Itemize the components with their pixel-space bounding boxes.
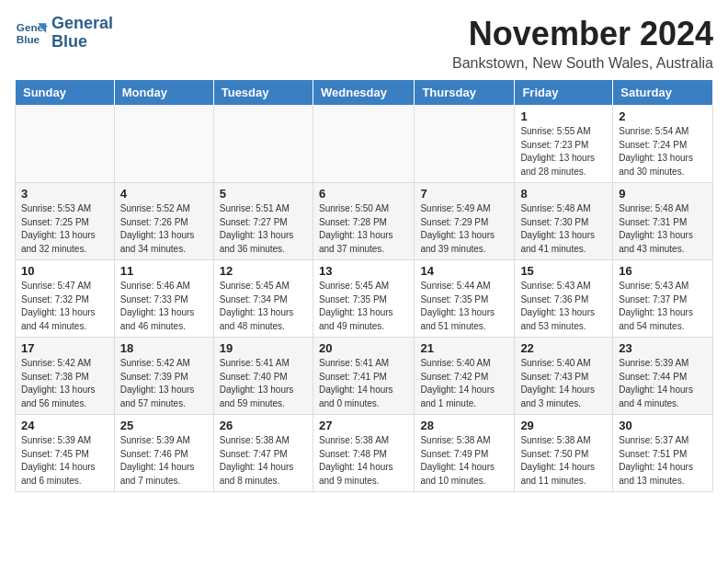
day-info: Sunrise: 5:50 AMSunset: 7:28 PMDaylight:… — [319, 202, 408, 256]
calendar-cell: 5Sunrise: 5:51 AMSunset: 7:27 PMDaylight… — [213, 183, 313, 260]
day-info: Sunrise: 5:48 AMSunset: 7:31 PMDaylight:… — [619, 202, 707, 256]
day-info: Sunrise: 5:47 AMSunset: 7:32 PMDaylight:… — [21, 280, 108, 333]
day-info: Sunrise: 5:39 AMSunset: 7:44 PMDaylight:… — [619, 357, 707, 410]
day-info: Sunrise: 5:43 AMSunset: 7:37 PMDaylight:… — [619, 280, 707, 333]
calendar-cell — [313, 106, 414, 183]
calendar-cell: 23Sunrise: 5:39 AMSunset: 7:44 PMDayligh… — [613, 338, 713, 415]
calendar-week-row: 3Sunrise: 5:53 AMSunset: 7:25 PMDaylight… — [16, 183, 713, 260]
day-info: Sunrise: 5:40 AMSunset: 7:43 PMDaylight:… — [520, 357, 607, 410]
calendar-cell: 2Sunrise: 5:54 AMSunset: 7:24 PMDaylight… — [613, 106, 713, 183]
day-number: 3 — [21, 187, 108, 201]
day-number: 14 — [420, 264, 508, 278]
month-title: November 2024 — [452, 15, 713, 53]
day-info: Sunrise: 5:38 AMSunset: 7:48 PMDaylight:… — [319, 434, 408, 488]
day-number: 12 — [220, 264, 307, 278]
day-info: Sunrise: 5:39 AMSunset: 7:46 PMDaylight:… — [120, 434, 208, 488]
day-number: 18 — [120, 341, 208, 355]
calendar-cell: 11Sunrise: 5:46 AMSunset: 7:33 PMDayligh… — [114, 260, 213, 338]
calendar-week-row: 24Sunrise: 5:39 AMSunset: 7:45 PMDayligh… — [16, 415, 713, 492]
calendar-cell: 28Sunrise: 5:38 AMSunset: 7:49 PMDayligh… — [415, 415, 515, 492]
calendar-cell: 21Sunrise: 5:40 AMSunset: 7:42 PMDayligh… — [415, 338, 515, 415]
calendar-cell: 19Sunrise: 5:41 AMSunset: 7:40 PMDayligh… — [213, 338, 313, 415]
calendar-week-row: 17Sunrise: 5:42 AMSunset: 7:38 PMDayligh… — [16, 338, 713, 415]
svg-text:Blue: Blue — [17, 33, 40, 45]
day-info: Sunrise: 5:53 AMSunset: 7:25 PMDaylight:… — [21, 202, 108, 256]
calendar-week-row: 10Sunrise: 5:47 AMSunset: 7:32 PMDayligh… — [16, 260, 713, 338]
weekday-header: Wednesday — [313, 80, 414, 106]
calendar-cell: 12Sunrise: 5:45 AMSunset: 7:34 PMDayligh… — [213, 260, 313, 338]
day-info: Sunrise: 5:43 AMSunset: 7:36 PMDaylight:… — [520, 280, 607, 333]
calendar-cell — [415, 106, 515, 183]
calendar-cell: 20Sunrise: 5:41 AMSunset: 7:41 PMDayligh… — [313, 338, 414, 415]
calendar-cell: 4Sunrise: 5:52 AMSunset: 7:26 PMDaylight… — [114, 183, 213, 260]
calendar-cell: 27Sunrise: 5:38 AMSunset: 7:48 PMDayligh… — [313, 415, 414, 492]
day-number: 22 — [520, 341, 607, 355]
calendar-cell: 10Sunrise: 5:47 AMSunset: 7:32 PMDayligh… — [16, 260, 115, 338]
weekday-header: Monday — [114, 80, 213, 106]
calendar-cell: 30Sunrise: 5:37 AMSunset: 7:51 PMDayligh… — [613, 415, 713, 492]
day-info: Sunrise: 5:49 AMSunset: 7:29 PMDaylight:… — [420, 202, 508, 256]
day-number: 5 — [220, 187, 307, 201]
day-info: Sunrise: 5:38 AMSunset: 7:49 PMDaylight:… — [420, 434, 508, 488]
day-number: 16 — [619, 264, 707, 278]
day-info: Sunrise: 5:52 AMSunset: 7:26 PMDaylight:… — [120, 202, 208, 256]
day-info: Sunrise: 5:44 AMSunset: 7:35 PMDaylight:… — [420, 280, 508, 333]
day-number: 8 — [520, 187, 607, 201]
day-number: 4 — [120, 187, 208, 201]
page-header: General Blue GeneralBlue November 2024 B… — [15, 15, 713, 72]
day-number: 1 — [520, 109, 607, 123]
calendar-cell — [16, 106, 115, 183]
day-number: 15 — [520, 264, 607, 278]
calendar-cell: 17Sunrise: 5:42 AMSunset: 7:38 PMDayligh… — [16, 338, 115, 415]
day-number: 7 — [420, 187, 508, 201]
day-number: 10 — [21, 264, 108, 278]
calendar-cell: 18Sunrise: 5:42 AMSunset: 7:39 PMDayligh… — [114, 338, 213, 415]
day-info: Sunrise: 5:39 AMSunset: 7:45 PMDaylight:… — [21, 434, 108, 488]
day-info: Sunrise: 5:54 AMSunset: 7:24 PMDaylight:… — [619, 125, 707, 178]
day-number: 17 — [21, 341, 108, 355]
calendar-cell: 13Sunrise: 5:45 AMSunset: 7:35 PMDayligh… — [313, 260, 414, 338]
day-number: 29 — [520, 419, 607, 432]
day-number: 11 — [120, 264, 208, 278]
calendar-cell: 15Sunrise: 5:43 AMSunset: 7:36 PMDayligh… — [515, 260, 613, 338]
calendar-cell: 16Sunrise: 5:43 AMSunset: 7:37 PMDayligh… — [613, 260, 713, 338]
day-info: Sunrise: 5:46 AMSunset: 7:33 PMDaylight:… — [120, 280, 208, 333]
calendar-cell — [114, 106, 213, 183]
day-number: 9 — [619, 187, 707, 201]
day-number: 26 — [220, 419, 307, 432]
calendar-cell — [213, 106, 313, 183]
calendar-header-row: SundayMondayTuesdayWednesdayThursdayFrid… — [16, 80, 713, 106]
calendar-cell: 1Sunrise: 5:55 AMSunset: 7:23 PMDaylight… — [515, 106, 613, 183]
day-info: Sunrise: 5:45 AMSunset: 7:35 PMDaylight:… — [319, 280, 408, 333]
logo-icon: General Blue — [15, 17, 48, 50]
day-info: Sunrise: 5:42 AMSunset: 7:38 PMDaylight:… — [21, 357, 108, 410]
day-info: Sunrise: 5:42 AMSunset: 7:39 PMDaylight:… — [120, 357, 208, 410]
day-number: 25 — [120, 419, 208, 432]
location-subtitle: Bankstown, New South Wales, Australia — [452, 55, 713, 72]
calendar-cell: 8Sunrise: 5:48 AMSunset: 7:30 PMDaylight… — [515, 183, 613, 260]
calendar-cell: 9Sunrise: 5:48 AMSunset: 7:31 PMDaylight… — [613, 183, 713, 260]
day-info: Sunrise: 5:38 AMSunset: 7:50 PMDaylight:… — [520, 434, 607, 488]
day-number: 27 — [319, 419, 408, 432]
day-info: Sunrise: 5:37 AMSunset: 7:51 PMDaylight:… — [619, 434, 707, 488]
day-number: 20 — [319, 341, 408, 355]
day-info: Sunrise: 5:41 AMSunset: 7:40 PMDaylight:… — [220, 357, 307, 410]
calendar-cell: 26Sunrise: 5:38 AMSunset: 7:47 PMDayligh… — [213, 415, 313, 492]
calendar-cell: 22Sunrise: 5:40 AMSunset: 7:43 PMDayligh… — [515, 338, 613, 415]
day-number: 13 — [319, 264, 408, 278]
title-block: November 2024 Bankstown, New South Wales… — [452, 15, 713, 72]
day-info: Sunrise: 5:55 AMSunset: 7:23 PMDaylight:… — [520, 125, 607, 178]
day-info: Sunrise: 5:51 AMSunset: 7:27 PMDaylight:… — [220, 202, 307, 256]
weekday-header: Saturday — [613, 80, 713, 106]
day-info: Sunrise: 5:38 AMSunset: 7:47 PMDaylight:… — [220, 434, 307, 488]
day-number: 21 — [420, 341, 508, 355]
logo: General Blue GeneralBlue — [15, 15, 113, 52]
day-number: 30 — [619, 419, 707, 432]
calendar-table: SundayMondayTuesdayWednesdayThursdayFrid… — [15, 79, 713, 492]
calendar-week-row: 1Sunrise: 5:55 AMSunset: 7:23 PMDaylight… — [16, 106, 713, 183]
calendar-cell: 14Sunrise: 5:44 AMSunset: 7:35 PMDayligh… — [415, 260, 515, 338]
calendar-cell: 24Sunrise: 5:39 AMSunset: 7:45 PMDayligh… — [16, 415, 115, 492]
day-number: 6 — [319, 187, 408, 201]
day-info: Sunrise: 5:45 AMSunset: 7:34 PMDaylight:… — [220, 280, 307, 333]
day-number: 23 — [619, 341, 707, 355]
